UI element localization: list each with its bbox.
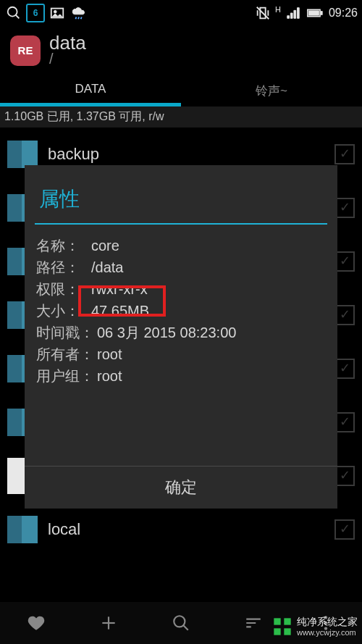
vibrate-icon (253, 4, 272, 22)
add-button[interactable] (72, 614, 145, 632)
app-icon (4, 4, 23, 22)
search-button[interactable] (145, 614, 217, 632)
network-label: H (275, 5, 281, 14)
tab-data[interactable]: DATA (0, 75, 181, 106)
svg-rect-11 (274, 618, 280, 624)
search-icon (172, 614, 190, 632)
label-timestamp: 时间戳： (36, 322, 94, 343)
label-path: 路径： (36, 256, 88, 278)
clock: 09:26 (329, 7, 358, 20)
label-perm: 权限： (36, 278, 88, 300)
favorite-button[interactable] (0, 614, 72, 632)
item-checkbox[interactable] (334, 251, 355, 272)
item-checkbox[interactable] (334, 466, 355, 486)
label-size: 大小： (36, 300, 88, 322)
item-checkbox[interactable] (334, 305, 355, 325)
value-perm: rwxr-xr-x (91, 278, 148, 300)
dialog-body: 名称：core 路径：/data 权限：rwxr-xr-x 大小：47.65MB… (25, 225, 337, 397)
current-path: / (49, 51, 86, 67)
item-checkbox[interactable] (334, 519, 355, 540)
svg-rect-12 (284, 618, 290, 624)
gallery-icon (48, 4, 67, 22)
tab-ringtone[interactable]: 铃声~ (181, 75, 362, 106)
watermark: 纯净系统之家 www.ycwjzy.com (272, 616, 358, 637)
watermark-logo-icon (272, 616, 292, 637)
heart-icon (27, 614, 46, 632)
app-title: data (49, 33, 86, 52)
watermark-text: 纯净系统之家 (297, 616, 358, 627)
battery-icon (306, 4, 324, 22)
tab-bar: DATA 铃声~ (0, 75, 362, 106)
storage-info: 1.10GB 已用, 1.37GB 可用, r/w (0, 106, 362, 127)
ok-button[interactable]: 确定 (25, 466, 337, 509)
app-header: RE data / (0, 26, 362, 75)
dialog-title: 属性 (25, 165, 337, 223)
status-bar: 6 H 09:26 (0, 0, 362, 26)
item-checkbox[interactable] (334, 198, 355, 218)
watermark-url: www.ycwjzy.com (297, 628, 358, 637)
signal-icon (284, 4, 303, 22)
sort-icon (244, 614, 263, 632)
value-group: root (97, 365, 122, 387)
label-group: 用户组： (36, 365, 94, 387)
svg-point-0 (8, 7, 17, 17)
calendar-icon: 6 (26, 4, 45, 22)
item-checkbox[interactable] (334, 412, 355, 432)
svg-point-7 (174, 616, 185, 627)
item-checkbox[interactable] (334, 144, 355, 164)
value-timestamp: 06 3月 2015 08:23:00 (97, 322, 236, 343)
value-owner: root (97, 343, 122, 365)
folder-icon (7, 511, 38, 548)
label-owner: 所有者： (36, 343, 94, 365)
label-name: 名称： (36, 235, 88, 256)
item-checkbox[interactable] (334, 359, 355, 379)
value-size: 47.65MB (91, 300, 149, 322)
list-item[interactable]: local (0, 503, 362, 556)
item-name: local (48, 520, 324, 539)
svg-rect-14 (284, 628, 290, 635)
svg-rect-5 (321, 12, 322, 15)
item-name: backup (48, 145, 324, 164)
plus-icon (99, 614, 118, 632)
value-name: core (91, 235, 119, 256)
svg-point-2 (54, 10, 56, 13)
properties-dialog: 属性 名称：core 路径：/data 权限：rwxr-xr-x 大小：47.6… (25, 165, 337, 509)
svg-rect-13 (274, 628, 280, 635)
app-badge[interactable]: RE (10, 35, 41, 66)
weather-icon (70, 4, 88, 22)
svg-rect-6 (308, 11, 319, 15)
value-path: /data (91, 256, 123, 278)
